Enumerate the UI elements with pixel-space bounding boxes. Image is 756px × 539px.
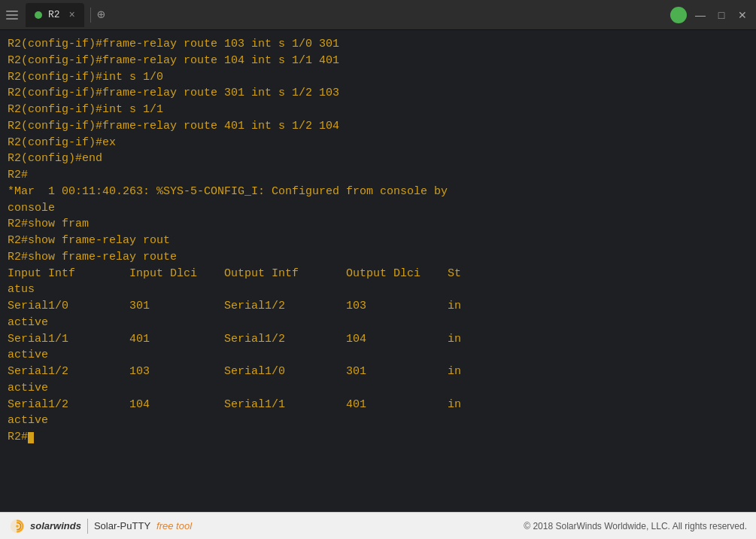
terminal-line: R2#show frame-relay rout <box>8 233 748 249</box>
tab-status-dot <box>35 11 42 19</box>
terminal-line: R2(config-if)#frame-relay route 401 int … <box>8 118 748 135</box>
solarwinds-logo: solarwinds <box>9 518 81 534</box>
copyright-text: © 2018 SolarWinds Worldwide, LLC. All ri… <box>524 521 747 531</box>
product-name: Solar-PuTTY <box>94 520 150 531</box>
tab-label: R2 <box>48 9 60 20</box>
terminal-area[interactable]: R2(config-if)#frame-relay route 103 int … <box>0 30 756 512</box>
status-divider <box>87 519 88 534</box>
terminal-line: *Mar 1 00:11:40.263: %SYS-5-CONFIG_I: Co… <box>8 184 748 200</box>
svg-point-1 <box>16 525 19 528</box>
terminal-line: Serial1/1 401 Serial1/2 104 in <box>8 331 748 348</box>
free-tool-label: free tool <box>156 520 192 531</box>
titlebar: R2 × ⊕ — □ ✕ <box>0 0 756 30</box>
statusbar-left: solarwinds Solar-PuTTY free tool <box>9 518 192 534</box>
terminal-line: R2(config-if)#frame-relay route 301 int … <box>8 85 748 102</box>
terminal-line: R2(config)#end <box>8 151 748 167</box>
add-tab-button[interactable]: ⊕ <box>97 8 105 22</box>
terminal-line: Input Intf Input Dlci Output Intf Output… <box>8 266 748 282</box>
tab-container: R2 × ⊕ <box>26 3 670 27</box>
tab-divider <box>90 8 91 23</box>
terminal-line: R2(config-if)#frame-relay route 104 int … <box>8 53 748 69</box>
terminal-line: console <box>8 200 748 217</box>
terminal-line: active <box>8 315 748 331</box>
terminal-line: R2(config-if)#frame-relay route 103 int … <box>8 36 748 53</box>
unknown-button[interactable] <box>670 7 687 23</box>
terminal-line: R2(config-if)#ex <box>8 135 748 151</box>
terminal-line: R2#show fram <box>8 216 748 233</box>
terminal-line: R2(config-if)#int s 1/1 <box>8 102 748 118</box>
statusbar: solarwinds Solar-PuTTY free tool © 2018 … <box>0 512 756 539</box>
drag-handle[interactable] <box>6 11 18 20</box>
minimize-button[interactable]: — <box>693 8 708 23</box>
brand-text: solarwinds <box>30 520 81 531</box>
close-button[interactable]: ✕ <box>735 8 750 23</box>
terminal-line: Serial1/2 104 Serial1/1 401 in <box>8 397 748 413</box>
solarwinds-icon <box>9 518 26 534</box>
terminal-line: Serial1/2 103 Serial1/0 301 in <box>8 364 748 380</box>
terminal-line: R2#show frame-relay route <box>8 249 748 266</box>
tab-r2[interactable]: R2 × <box>26 3 84 27</box>
terminal-line: atus <box>8 282 748 298</box>
tab-close-button[interactable]: × <box>69 10 75 20</box>
window-controls: — □ ✕ <box>670 7 750 23</box>
terminal-line: R2# <box>8 429 748 446</box>
terminal-cursor <box>28 432 34 443</box>
terminal-line: Serial1/0 301 Serial1/2 103 in <box>8 298 748 315</box>
terminal-output: R2(config-if)#frame-relay route 103 int … <box>8 36 748 446</box>
terminal-line: R2# <box>8 167 748 184</box>
terminal-line: active <box>8 413 748 429</box>
maximize-button[interactable]: □ <box>714 8 729 23</box>
terminal-line: active <box>8 347 748 364</box>
terminal-line: active <box>8 380 748 397</box>
terminal-line: R2(config-if)#int s 1/0 <box>8 69 748 86</box>
